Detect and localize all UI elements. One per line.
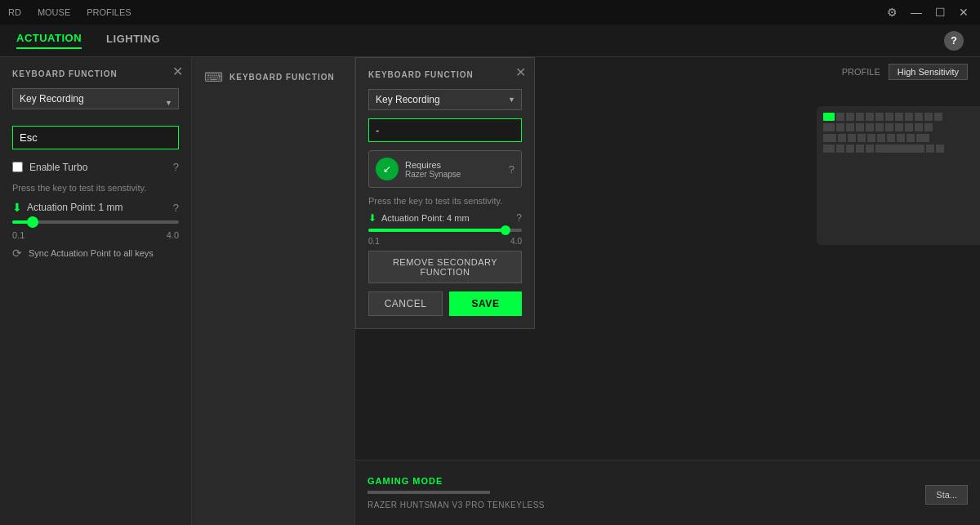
- key-cap: [924, 113, 933, 121]
- start-button[interactable]: Sta...: [925, 485, 968, 505]
- dialog: ✕ KEYBOARD FUNCTION Key Recording ↙ Requ…: [355, 57, 535, 329]
- dialog-title: KEYBOARD FUNCTION: [368, 70, 522, 79]
- remove-secondary-button[interactable]: REMOVE SECONDARY FUNCTION: [368, 251, 522, 283]
- dialog-actuation-down-icon: ⬇: [368, 212, 376, 224]
- left-slider: 0.1 4.0: [12, 220, 179, 240]
- left-hint-text: Press the key to test its senstivity.: [12, 183, 179, 193]
- key-cap: [885, 113, 893, 121]
- key-cap: [897, 134, 905, 142]
- key-cap: [867, 134, 875, 142]
- key-cap: [836, 113, 844, 121]
- key-cap: [823, 145, 835, 153]
- dialog-slider: 0.1 4.0: [368, 229, 522, 246]
- dialog-actuation-info-icon[interactable]: ?: [516, 212, 522, 224]
- dialog-slider-fill: [368, 229, 503, 232]
- key-cap: [906, 134, 915, 142]
- nav-mouse[interactable]: MOUSE: [38, 7, 70, 17]
- title-bar-nav: RD MOUSE PROFILES: [8, 7, 131, 17]
- synapse-help-icon[interactable]: ?: [509, 163, 514, 176]
- tab-actuation[interactable]: ACTUATION: [16, 32, 82, 49]
- key-cap: [858, 134, 866, 142]
- key-highlighted: [823, 113, 835, 121]
- key-cap: [915, 113, 923, 121]
- dialog-close[interactable]: ✕: [515, 65, 526, 80]
- key-cap: [838, 134, 846, 142]
- left-slider-min: 0.1: [12, 230, 24, 240]
- sync-row: ⟳ Sync Actuation Point to all keys: [12, 247, 179, 260]
- dialog-key-input[interactable]: [368, 118, 522, 142]
- key-cap: [875, 113, 884, 121]
- dialog-actuation-label: Actuation Point: 4 mm: [381, 213, 511, 223]
- dialog-dropdown[interactable]: Key Recording: [368, 89, 522, 110]
- dialog-hint: Press the key to test its senstivity.: [368, 196, 522, 206]
- left-panel-close[interactable]: ✕: [172, 64, 183, 79]
- bottom-section: GAMING MODE RAZER HUNTSMAN V3 PRO TENKEY…: [355, 460, 980, 525]
- nav-bar: ACTUATION LIGHTING ?: [0, 24, 980, 57]
- left-key-input[interactable]: [12, 126, 179, 149]
- key-cap: [836, 145, 844, 153]
- middle-panel: ⌨ KEYBOARD FUNCTION: [192, 57, 355, 525]
- cancel-button[interactable]: CANCEL: [368, 291, 443, 316]
- key-cap: [866, 113, 874, 121]
- key-cap: [916, 134, 929, 142]
- key-cap: [866, 123, 874, 131]
- title-bar-controls: ⚙ — ☐ ✕: [884, 6, 972, 19]
- left-slider-labels: 0.1 4.0: [12, 230, 179, 240]
- left-slider-max: 4.0: [167, 230, 179, 240]
- actuation-info-icon[interactable]: ?: [173, 202, 179, 214]
- actuation-down-icon: ⬇: [12, 201, 22, 214]
- nav-profiles[interactable]: PROFILES: [87, 7, 131, 17]
- key-cap: [895, 113, 903, 121]
- left-panel: ✕ KEYBOARD FUNCTION Key Recording Enable…: [0, 57, 192, 525]
- key-cap: [887, 134, 895, 142]
- key-cap: [856, 113, 864, 121]
- key-cap: [836, 123, 844, 131]
- sync-label: Sync Actuation Point to all keys: [29, 248, 154, 258]
- sync-icon[interactable]: ⟳: [12, 247, 22, 260]
- keyboard-icon: ⌨: [204, 69, 223, 85]
- dialog-slider-thumb[interactable]: [501, 225, 510, 235]
- key-cap: [856, 145, 864, 153]
- left-actuation-label: Actuation Point: 1 mm: [27, 202, 122, 213]
- left-slider-thumb[interactable]: [27, 216, 38, 228]
- key-cap: [934, 113, 942, 121]
- nav-rd[interactable]: RD: [8, 7, 21, 17]
- dialog-actuation-row: ⬇ Actuation Point: 4 mm ?: [368, 212, 522, 224]
- key-cap: [885, 123, 893, 131]
- tab-lighting[interactable]: LIGHTING: [106, 33, 160, 48]
- gaming-mode-bar: [368, 491, 490, 494]
- key-cap: [915, 123, 923, 131]
- enable-turbo-row: Enable Turbo ?: [12, 161, 179, 173]
- title-bar-left: RD MOUSE PROFILES: [8, 7, 131, 17]
- dialog-slider-max: 4.0: [510, 237, 522, 246]
- keyboard-visual: [817, 106, 980, 245]
- key-cap: [848, 134, 856, 142]
- key-cap: [846, 123, 854, 131]
- synapse-icon: ↙: [376, 158, 399, 180]
- gaming-mode-label: GAMING MODE: [368, 476, 968, 486]
- key-cap: [875, 123, 884, 131]
- enable-turbo-checkbox[interactable]: [12, 162, 23, 172]
- maximize-icon[interactable]: ☐: [932, 6, 949, 19]
- dialog-slider-labels: 0.1 4.0: [368, 237, 522, 246]
- turbo-info-icon[interactable]: ?: [173, 161, 179, 173]
- key-cap: [856, 123, 864, 131]
- close-icon[interactable]: ✕: [956, 6, 972, 19]
- keyboard-model: RAZER HUNTSMAN V3 PRO TENKEYLESS: [368, 501, 968, 509]
- dialog-slider-track[interactable]: [368, 229, 522, 232]
- save-button[interactable]: SAVE: [449, 291, 522, 316]
- profile-value: High Sensitivity: [889, 64, 968, 80]
- synapse-box: ↙ Requires Razer Synapse ?: [368, 150, 522, 188]
- dialog-dropdown-wrapper: Key Recording: [368, 89, 522, 110]
- key-cap: [905, 113, 913, 121]
- settings-icon[interactable]: ⚙: [884, 6, 901, 19]
- key-cap: [905, 123, 913, 131]
- minimize-icon[interactable]: —: [907, 6, 925, 19]
- left-panel-title: KEYBOARD FUNCTION: [12, 69, 179, 78]
- profile-label: PROFILE: [842, 67, 880, 77]
- left-dropdown[interactable]: Key Recording: [12, 88, 179, 109]
- middle-panel-title: KEYBOARD FUNCTION: [229, 73, 335, 82]
- help-icon[interactable]: ?: [944, 31, 964, 51]
- left-slider-track[interactable]: [12, 220, 179, 224]
- key-cap: [823, 134, 836, 142]
